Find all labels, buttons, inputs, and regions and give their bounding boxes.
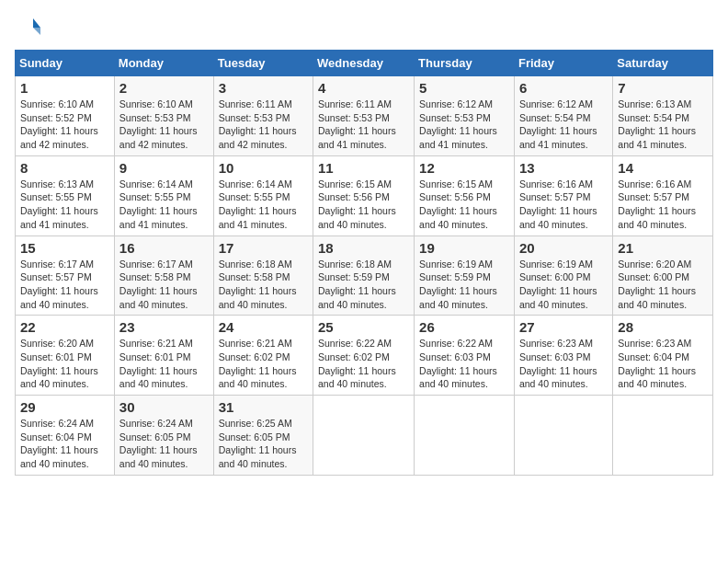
day-info: Sunrise: 6:20 AMSunset: 6:00 PMDaylight:…: [618, 259, 696, 310]
calendar-cell: 30 Sunrise: 6:24 AMSunset: 6:05 PMDaylig…: [114, 396, 213, 476]
day-info: Sunrise: 6:25 AMSunset: 6:05 PMDaylight:…: [219, 418, 297, 469]
day-info: Sunrise: 6:12 AMSunset: 5:54 PMDaylight:…: [519, 98, 597, 150]
day-number: 30: [119, 399, 209, 415]
calendar-cell: [514, 396, 612, 476]
day-number: 2: [119, 80, 209, 96]
calendar-cell: 29 Sunrise: 6:24 AMSunset: 6:04 PMDaylig…: [16, 396, 115, 476]
day-number: 9: [119, 160, 209, 176]
day-info: Sunrise: 6:18 AMSunset: 5:59 PMDaylight:…: [318, 259, 396, 310]
day-number: 11: [318, 160, 409, 176]
day-number: 18: [318, 240, 409, 256]
day-info: Sunrise: 6:11 AMSunset: 5:53 PMDaylight:…: [219, 98, 297, 150]
calendar-cell: 31 Sunrise: 6:25 AMSunset: 6:05 PMDaylig…: [213, 396, 313, 476]
day-info: Sunrise: 6:23 AMSunset: 6:03 PMDaylight:…: [519, 338, 597, 389]
day-info: Sunrise: 6:20 AMSunset: 6:01 PMDaylight:…: [20, 338, 98, 389]
day-number: 5: [419, 80, 509, 96]
calendar-cell: 22 Sunrise: 6:20 AMSunset: 6:01 PMDaylig…: [16, 316, 115, 396]
day-info: Sunrise: 6:23 AMSunset: 6:04 PMDaylight:…: [618, 338, 696, 389]
calendar-cell: 8 Sunrise: 6:13 AMSunset: 5:55 PMDayligh…: [16, 155, 115, 236]
header-friday: Friday: [514, 51, 612, 76]
calendar-cell: 2 Sunrise: 6:10 AMSunset: 5:53 PMDayligh…: [114, 76, 213, 156]
calendar-cell: 11 Sunrise: 6:15 AMSunset: 5:56 PMDaylig…: [313, 155, 415, 236]
day-number: 3: [219, 80, 308, 96]
day-info: Sunrise: 6:24 AMSunset: 6:04 PMDaylight:…: [20, 418, 98, 469]
header-tuesday: Tuesday: [213, 51, 313, 76]
header-saturday: Saturday: [613, 51, 713, 76]
calendar-cell: 7 Sunrise: 6:13 AMSunset: 5:54 PMDayligh…: [613, 76, 713, 156]
calendar-cell: 10 Sunrise: 6:14 AMSunset: 5:55 PMDaylig…: [213, 155, 313, 236]
day-info: Sunrise: 6:12 AMSunset: 5:53 PMDaylight:…: [419, 98, 497, 150]
day-info: Sunrise: 6:22 AMSunset: 6:03 PMDaylight:…: [419, 338, 497, 389]
week-row-5: 29 Sunrise: 6:24 AMSunset: 6:04 PMDaylig…: [16, 396, 713, 476]
day-number: 12: [419, 160, 509, 176]
day-number: 26: [419, 319, 509, 335]
day-number: 6: [519, 80, 608, 96]
calendar-cell: 5 Sunrise: 6:12 AMSunset: 5:53 PMDayligh…: [415, 76, 515, 156]
day-info: Sunrise: 6:15 AMSunset: 5:56 PMDaylight:…: [419, 178, 497, 230]
calendar-cell: 25 Sunrise: 6:22 AMSunset: 6:02 PMDaylig…: [313, 316, 415, 396]
day-info: Sunrise: 6:21 AMSunset: 6:02 PMDaylight:…: [219, 338, 297, 389]
calendar-cell: 27 Sunrise: 6:23 AMSunset: 6:03 PMDaylig…: [514, 316, 612, 396]
day-number: 17: [219, 240, 308, 256]
calendar-cell: 18 Sunrise: 6:18 AMSunset: 5:59 PMDaylig…: [313, 236, 415, 316]
day-number: 10: [219, 160, 308, 176]
calendar-cell: 17 Sunrise: 6:18 AMSunset: 5:58 PMDaylig…: [213, 236, 313, 316]
day-info: Sunrise: 6:16 AMSunset: 5:57 PMDaylight:…: [618, 178, 696, 230]
day-info: Sunrise: 6:22 AMSunset: 6:02 PMDaylight:…: [318, 338, 396, 389]
day-info: Sunrise: 6:18 AMSunset: 5:58 PMDaylight:…: [219, 259, 297, 310]
day-info: Sunrise: 6:13 AMSunset: 5:54 PMDaylight:…: [618, 98, 696, 150]
calendar-cell: 12 Sunrise: 6:15 AMSunset: 5:56 PMDaylig…: [415, 155, 515, 236]
day-number: 29: [20, 399, 109, 415]
day-info: Sunrise: 6:10 AMSunset: 5:52 PMDaylight:…: [20, 98, 98, 150]
calendar-cell: 14 Sunrise: 6:16 AMSunset: 5:57 PMDaylig…: [613, 155, 713, 236]
calendar-cell: 20 Sunrise: 6:19 AMSunset: 6:00 PMDaylig…: [514, 236, 612, 316]
calendar-cell: 3 Sunrise: 6:11 AMSunset: 5:53 PMDayligh…: [213, 76, 313, 156]
day-number: 22: [20, 319, 109, 335]
logo: [15, 15, 44, 40]
day-number: 1: [20, 80, 109, 96]
day-info: Sunrise: 6:15 AMSunset: 5:56 PMDaylight:…: [318, 178, 396, 230]
calendar-cell: 28 Sunrise: 6:23 AMSunset: 6:04 PMDaylig…: [613, 316, 713, 396]
header-monday: Monday: [114, 51, 213, 76]
calendar-cell: [415, 396, 515, 476]
calendar-body: 1 Sunrise: 6:10 AMSunset: 5:52 PMDayligh…: [16, 76, 713, 476]
week-row-4: 22 Sunrise: 6:20 AMSunset: 6:01 PMDaylig…: [16, 316, 713, 396]
day-number: 4: [318, 80, 409, 96]
page-header: [15, 15, 713, 40]
day-number: 8: [20, 160, 109, 176]
calendar-cell: 1 Sunrise: 6:10 AMSunset: 5:52 PMDayligh…: [16, 76, 115, 156]
week-row-2: 8 Sunrise: 6:13 AMSunset: 5:55 PMDayligh…: [16, 155, 713, 236]
day-info: Sunrise: 6:11 AMSunset: 5:53 PMDaylight:…: [318, 98, 396, 150]
day-info: Sunrise: 6:24 AMSunset: 6:05 PMDaylight:…: [119, 418, 198, 469]
calendar-cell: 4 Sunrise: 6:11 AMSunset: 5:53 PMDayligh…: [313, 76, 415, 156]
day-info: Sunrise: 6:16 AMSunset: 5:57 PMDaylight:…: [519, 178, 597, 230]
calendar-cell: 21 Sunrise: 6:20 AMSunset: 6:00 PMDaylig…: [613, 236, 713, 316]
day-info: Sunrise: 6:17 AMSunset: 5:57 PMDaylight:…: [20, 259, 98, 310]
calendar-cell: 26 Sunrise: 6:22 AMSunset: 6:03 PMDaylig…: [415, 316, 515, 396]
week-row-1: 1 Sunrise: 6:10 AMSunset: 5:52 PMDayligh…: [16, 76, 713, 156]
calendar-cell: 19 Sunrise: 6:19 AMSunset: 5:59 PMDaylig…: [415, 236, 515, 316]
week-row-3: 15 Sunrise: 6:17 AMSunset: 5:57 PMDaylig…: [16, 236, 713, 316]
day-info: Sunrise: 6:13 AMSunset: 5:55 PMDaylight:…: [20, 178, 98, 230]
day-info: Sunrise: 6:17 AMSunset: 5:58 PMDaylight:…: [119, 259, 198, 310]
calendar-cell: 9 Sunrise: 6:14 AMSunset: 5:55 PMDayligh…: [114, 155, 213, 236]
header-wednesday: Wednesday: [313, 51, 415, 76]
header-row: SundayMondayTuesdayWednesdayThursdayFrid…: [16, 51, 713, 76]
day-number: 31: [219, 399, 308, 415]
day-number: 27: [519, 319, 608, 335]
day-number: 16: [119, 240, 209, 256]
day-info: Sunrise: 6:21 AMSunset: 6:01 PMDaylight:…: [119, 338, 198, 389]
day-info: Sunrise: 6:19 AMSunset: 5:59 PMDaylight:…: [419, 259, 497, 310]
day-number: 20: [519, 240, 608, 256]
calendar-cell: [313, 396, 415, 476]
logo-icon: [15, 15, 40, 40]
calendar-cell: 23 Sunrise: 6:21 AMSunset: 6:01 PMDaylig…: [114, 316, 213, 396]
calendar-cell: 24 Sunrise: 6:21 AMSunset: 6:02 PMDaylig…: [213, 316, 313, 396]
calendar-cell: [613, 396, 713, 476]
header-sunday: Sunday: [16, 51, 115, 76]
calendar-cell: 15 Sunrise: 6:17 AMSunset: 5:57 PMDaylig…: [16, 236, 115, 316]
day-number: 28: [618, 319, 708, 335]
calendar-header: SundayMondayTuesdayWednesdayThursdayFrid…: [16, 51, 713, 76]
day-info: Sunrise: 6:14 AMSunset: 5:55 PMDaylight:…: [119, 178, 198, 230]
day-number: 15: [20, 240, 109, 256]
